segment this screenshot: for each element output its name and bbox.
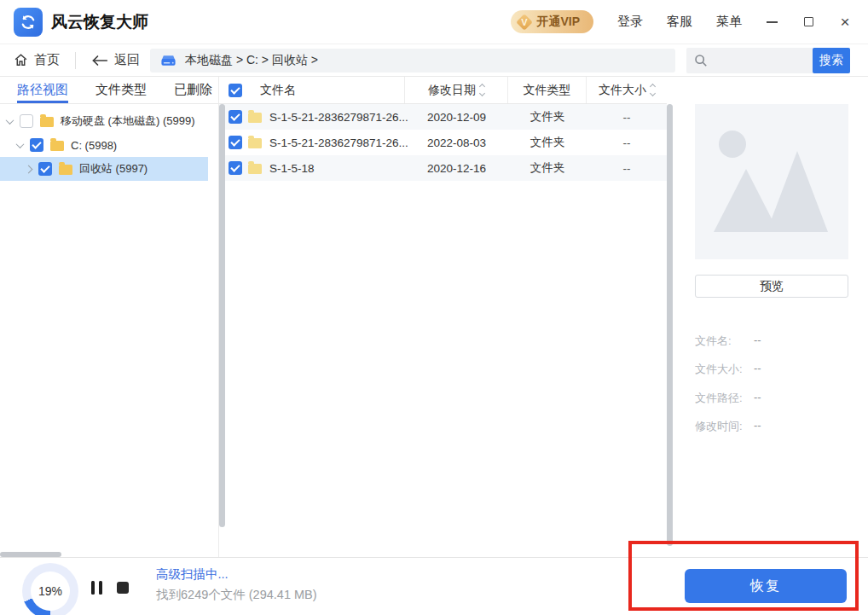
search-input[interactable] [713, 55, 813, 67]
folder-icon [50, 141, 64, 151]
column-header-type[interactable]: 文件类型 [508, 77, 587, 103]
home-icon [14, 53, 28, 67]
sidebar-tabs: 路径视图 文件类型 已删除 [0, 77, 218, 104]
tab-file-type[interactable]: 文件类型 [95, 77, 147, 103]
table-row[interactable]: S-1-5-18 2020-12-16 文件夹 -- [218, 155, 667, 181]
login-button[interactable]: 登录 [617, 14, 643, 30]
file-date: 2020-12-09 [405, 111, 508, 124]
file-name: S-1-5-18 [269, 162, 315, 175]
app-logo-icon [14, 8, 43, 37]
column-label: 修改日期 [428, 83, 476, 98]
tree-item-c-drive[interactable]: C: (5998) [0, 133, 218, 157]
customer-service-button[interactable]: 客服 [667, 14, 692, 30]
chevron-down-icon[interactable] [16, 140, 25, 148]
search-bar: 搜索 [686, 48, 850, 73]
tab-path-view[interactable]: 路径视图 [17, 77, 68, 103]
column-label: 文件大小 [599, 83, 646, 98]
tree-item-label: 回收站 (5997) [79, 161, 148, 177]
vip-v-icon [516, 14, 532, 30]
info-value: -- [754, 362, 761, 377]
recover-button[interactable]: 恢复 [685, 569, 847, 603]
close-icon: × [840, 14, 849, 30]
minimize-icon [767, 21, 778, 23]
table-header: 文件名 修改日期 文件类型 文件大小 [218, 77, 667, 104]
select-all-checkbox[interactable] [229, 84, 242, 97]
scan-found-text: 找到6249个文件 (294.41 MB) [156, 587, 317, 603]
search-button[interactable]: 搜索 [813, 48, 850, 73]
tree-item-removable-disk[interactable]: 移动硬盘 (本地磁盘) (5999) [0, 109, 218, 133]
file-size: -- [587, 136, 667, 149]
column-header-date[interactable]: 修改日期 [405, 77, 508, 103]
menu-button[interactable]: 菜单 [716, 14, 742, 30]
column-label: 文件名 [260, 83, 296, 98]
tree-item-label: C: (5998) [71, 139, 117, 152]
file-info-row: 修改时间: -- [695, 419, 761, 434]
file-size: -- [587, 111, 667, 124]
table-scrollbar[interactable] [667, 104, 673, 546]
sidebar-scrollbar[interactable] [219, 104, 225, 527]
breadcrumb-path: 本地磁盘 > C: > 回收站 > [185, 53, 318, 68]
file-type: 文件夹 [508, 109, 587, 125]
sort-icon[interactable] [651, 84, 655, 96]
chevron-down-icon[interactable] [6, 116, 14, 125]
back-label: 返回 [114, 52, 140, 68]
disk-icon [160, 54, 176, 67]
folder-icon [40, 117, 54, 127]
breadcrumb[interactable]: 本地磁盘 > C: > 回收站 > [150, 49, 675, 73]
home-label: 首页 [34, 52, 60, 68]
file-type: 文件夹 [508, 160, 587, 176]
file-name: S-1-5-21-2836279871-26... [269, 111, 408, 124]
file-info-row: 文件名: -- [695, 334, 761, 349]
table-row[interactable]: S-1-5-21-2836279871-26... 2022-08-03 文件夹… [218, 130, 667, 155]
file-date: 2022-08-03 [405, 136, 508, 149]
column-header-size[interactable]: 文件大小 [587, 77, 667, 103]
title-bar: 风云恢复大师 开通VIP 登录 客服 菜单 × [0, 0, 868, 44]
file-table: 文件名 修改日期 文件类型 文件大小 S-1-5-21-2836279871-2… [218, 77, 667, 557]
file-info-row: 文件路径: -- [695, 391, 761, 406]
minimize-button[interactable] [762, 13, 781, 32]
info-label: 文件名: [695, 334, 754, 349]
maximize-button[interactable] [799, 13, 818, 32]
tree-item-label: 移动硬盘 (本地磁盘) (5999) [61, 113, 194, 129]
table-row[interactable]: S-1-5-21-2836279871-26... 2020-12-09 文件夹… [218, 104, 667, 130]
row-checkbox[interactable] [229, 161, 242, 175]
row-checkbox[interactable] [229, 136, 242, 149]
preview-panel: 预览 文件名: -- 文件大小: -- 文件路径: -- 修改时间: -- [674, 77, 868, 557]
column-header-name[interactable]: 文件名 [218, 77, 405, 103]
back-button[interactable]: 返回 [91, 52, 140, 68]
row-checkbox[interactable] [229, 110, 242, 124]
sidebar: 路径视图 文件类型 已删除 移动硬盘 (本地磁盘) (5999) C: (599… [0, 77, 218, 557]
progress-percent: 19% [38, 584, 62, 598]
window-controls: × [762, 13, 854, 32]
scan-progress-ring: 19% [22, 563, 78, 615]
file-type: 文件夹 [508, 135, 587, 150]
app-window: 风云恢复大师 开通VIP 登录 客服 菜单 × 首页 返回 [0, 0, 868, 615]
checkbox-unchecked[interactable] [20, 114, 33, 128]
checkbox-checked[interactable] [30, 138, 43, 152]
info-label: 修改时间: [695, 419, 754, 434]
folder-tree: 移动硬盘 (本地磁盘) (5999) C: (5998) 回收站 (5997) [0, 104, 218, 181]
home-button[interactable]: 首页 [14, 52, 60, 68]
scan-status-text: 高级扫描中... [156, 566, 229, 583]
image-placeholder-icon [695, 104, 848, 259]
folder-icon [248, 138, 262, 148]
folder-icon [248, 164, 262, 174]
pause-button[interactable] [91, 581, 105, 595]
stop-button[interactable] [117, 582, 129, 594]
vip-label: 开通VIP [536, 15, 580, 30]
chevron-right-icon[interactable] [25, 165, 33, 173]
file-name: S-1-5-21-2836279871-26... [269, 136, 408, 149]
vip-button[interactable]: 开通VIP [511, 10, 593, 33]
info-value: -- [754, 419, 761, 434]
toolbar-divider [75, 52, 76, 69]
info-value: -- [754, 334, 761, 349]
tree-item-recycle-bin[interactable]: 回收站 (5997) [0, 157, 208, 181]
tab-deleted[interactable]: 已删除 [174, 77, 212, 103]
preview-button[interactable]: 预览 [695, 275, 848, 298]
close-button[interactable]: × [836, 13, 854, 32]
back-arrow-icon [91, 55, 108, 67]
checkbox-checked[interactable] [38, 162, 52, 176]
app-title: 风云恢复大师 [51, 11, 148, 33]
sort-icon[interactable] [480, 84, 484, 96]
folder-icon [248, 113, 262, 123]
